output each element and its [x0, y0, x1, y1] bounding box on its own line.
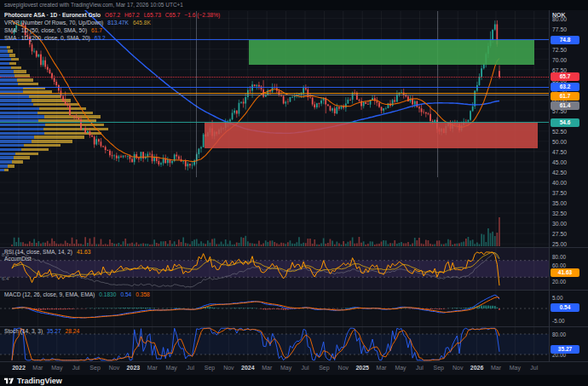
price-line[interactable]	[0, 77, 549, 78]
price-axis-label: 77.50	[552, 26, 567, 32]
time-axis-month-label: Sep	[434, 365, 444, 371]
time-axis-month-label: Nov	[223, 365, 233, 371]
time-axis[interactable]: 2022MarMayJulSepNov2023MarMayJulSepNov20…	[0, 361, 588, 375]
macd-axis-label: -5.00	[552, 317, 565, 323]
price-badge: 61.7	[551, 92, 579, 101]
price-axis-label: 42.50	[552, 170, 567, 176]
time-axis-month-label: Jul	[72, 365, 80, 371]
demand-zone-red[interactable]	[205, 123, 538, 148]
price-axis-label: 35.00	[552, 200, 567, 206]
price-axis-label: 45.00	[552, 159, 567, 165]
macd-axis-label: 5.00	[552, 294, 562, 300]
price-axis-label: 72.50	[552, 46, 567, 52]
time-axis-month-label: Jul	[530, 365, 538, 371]
time-axis-year-label: 2024	[241, 365, 255, 371]
time-axis-month-label: May	[280, 365, 291, 371]
time-axis-month-label: May	[395, 365, 406, 371]
price-axis-label: 25.00	[552, 241, 567, 247]
time-axis-month-label: Nov	[453, 365, 463, 371]
rsi-axis-label: 20.00	[552, 279, 566, 285]
time-axis-month-label: Sep	[319, 365, 329, 371]
supply-zone-green[interactable]	[249, 40, 534, 66]
pane-separator[interactable]	[0, 290, 588, 291]
price-axis-label: 67.50	[552, 66, 567, 72]
rsi-axis-label: 80.00	[552, 253, 566, 259]
rsi-left-axis-label: 6.4	[2, 276, 9, 281]
rsi-left-axis-label: 8.6	[2, 252, 9, 257]
time-axis-month-label: Mar	[491, 365, 501, 371]
attribution-bar: savepiglovest created with TradingView.c…	[0, 0, 588, 10]
pane-separator[interactable]	[0, 326, 588, 327]
price-line[interactable]	[0, 87, 549, 88]
time-axis-month-label: Sep	[205, 365, 215, 371]
tradingview-snapshot: savepiglovest created with TradingView.c…	[0, 0, 588, 386]
stoch-axis-label: 80.00	[552, 331, 566, 337]
price-line[interactable]	[0, 39, 549, 40]
price-badge: 65.7	[551, 72, 579, 81]
macd-histogram-positive	[11, 305, 498, 308]
price-axis-label: 47.50	[552, 148, 567, 154]
price-axis-label: 32.50	[552, 210, 567, 216]
time-axis-month-label: Jul	[302, 365, 309, 371]
price-axis-label: 70.00	[552, 56, 567, 62]
price-badge: 74.8	[551, 36, 579, 44]
macd-line	[12, 295, 499, 318]
rsi-axis-label: 60.00	[552, 262, 566, 268]
time-axis-month-label: Mar	[32, 365, 43, 371]
price-badge: 63.2	[551, 83, 579, 91]
time-axis-month-label: Mar	[377, 365, 387, 371]
time-axis-month-label: Mar	[147, 365, 158, 371]
time-axis-month-label: Jul	[187, 365, 194, 371]
volume-down-bars	[11, 217, 500, 246]
macd-signal-line	[12, 297, 499, 318]
price-axis-label: 37.50	[552, 190, 567, 196]
time-axis-month-label: Sep	[89, 365, 100, 371]
time-axis-month-label: Jul	[416, 365, 424, 371]
time-axis-month-label: Nov	[109, 365, 119, 371]
attribution-text: savepiglovest created with TradingView.c…	[4, 2, 183, 8]
time-axis-month-label: Mar	[262, 365, 272, 371]
price-axis-label: 27.50	[552, 231, 567, 237]
indicator-value-badge: 41.63	[551, 268, 579, 277]
time-axis-month-label: May	[51, 365, 62, 371]
time-axis-month-label: May	[510, 365, 521, 371]
time-axis-year-label: 2026	[470, 365, 484, 371]
price-line[interactable]	[0, 95, 549, 95]
price-axis-label: 80.00	[552, 15, 567, 21]
price-axis-label: 30.00	[552, 221, 567, 227]
time-axis-month-label: Nov	[338, 365, 349, 371]
price-axis-label: 50.00	[552, 138, 567, 144]
price-axis[interactable]: NOK 80.0077.5075.0072.5070.0067.5065.006…	[549, 10, 588, 361]
pane-separator[interactable]	[0, 247, 588, 248]
price-axis-label: 40.00	[552, 180, 567, 186]
tradingview-logo-icon[interactable]	[4, 376, 14, 385]
price-line[interactable]	[0, 122, 549, 123]
time-axis-year-label: 2025	[355, 365, 369, 371]
plot-region[interactable]: Photocure ASA · 1D · Euronext Oslo O67.2…	[0, 10, 549, 361]
indicator-value-badge: 0.54	[551, 303, 579, 312]
footer-bar: TradingView	[0, 375, 588, 386]
indicator-value-badge: 35.27	[551, 345, 579, 354]
time-axis-year-label: 2022	[12, 365, 26, 371]
time-axis-month-label: May	[166, 365, 177, 371]
tradingview-wordmark[interactable]: TradingView	[17, 377, 62, 385]
price-axis-label: 52.50	[552, 128, 567, 134]
price-badge: 54.6	[551, 118, 579, 127]
time-axis-year-label: 2023	[127, 365, 141, 371]
price-badge: 61.4	[551, 101, 579, 110]
